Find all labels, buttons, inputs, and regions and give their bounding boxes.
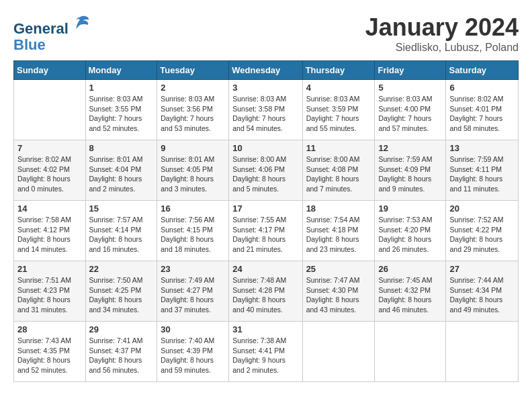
calendar-cell: 27Sunrise: 7:44 AM Sunset: 4:34 PM Dayli…: [446, 261, 519, 322]
calendar-cell: 31Sunrise: 7:38 AM Sunset: 4:41 PM Dayli…: [229, 322, 302, 382]
logo-bird-icon: [70, 13, 90, 34]
calendar-cell: 13Sunrise: 7:59 AM Sunset: 4:11 PM Dayli…: [446, 140, 519, 201]
calendar-cell: 30Sunrise: 7:40 AM Sunset: 4:39 PM Dayli…: [157, 322, 229, 382]
calendar-cell: 10Sunrise: 8:00 AM Sunset: 4:06 PM Dayli…: [229, 140, 302, 201]
day-number: 17: [232, 203, 298, 214]
day-info: Sunrise: 7:59 AM Sunset: 4:11 PM Dayligh…: [449, 154, 515, 194]
day-number: 9: [161, 143, 225, 153]
day-info: Sunrise: 7:58 AM Sunset: 4:12 PM Dayligh…: [17, 215, 82, 255]
day-info: Sunrise: 7:53 AM Sunset: 4:20 PM Dayligh…: [378, 215, 442, 255]
day-info: Sunrise: 7:52 AM Sunset: 4:22 PM Dayligh…: [449, 215, 515, 255]
day-number: 7: [17, 143, 82, 153]
day-number: 20: [449, 203, 515, 214]
calendar-cell: 20Sunrise: 7:52 AM Sunset: 4:22 PM Dayli…: [446, 201, 519, 261]
calendar-cell: 16Sunrise: 7:56 AM Sunset: 4:15 PM Dayli…: [157, 201, 229, 261]
day-info: Sunrise: 8:01 AM Sunset: 4:05 PM Dayligh…: [161, 154, 225, 194]
calendar-table: SundayMondayTuesdayWednesdayThursdayFrid…: [13, 60, 519, 382]
calendar-cell: 6Sunrise: 8:02 AM Sunset: 4:01 PM Daylig…: [446, 80, 519, 140]
day-info: Sunrise: 8:01 AM Sunset: 4:04 PM Dayligh…: [89, 154, 154, 194]
month-title: January 2024: [365, 13, 519, 42]
day-number: 8: [89, 143, 154, 153]
day-number: 31: [232, 324, 298, 334]
day-info: Sunrise: 7:47 AM Sunset: 4:30 PM Dayligh…: [306, 275, 371, 315]
day-number: 21: [17, 264, 82, 274]
day-number: 28: [17, 324, 82, 334]
location-subtitle: Siedlisko, Lubusz, Poland: [365, 42, 519, 54]
calendar-cell: 18Sunrise: 7:54 AM Sunset: 4:18 PM Dayli…: [302, 201, 375, 261]
day-number: 14: [17, 203, 82, 214]
day-number: 13: [449, 143, 515, 153]
day-number: 15: [89, 203, 154, 214]
day-info: Sunrise: 7:50 AM Sunset: 4:25 PM Dayligh…: [89, 275, 154, 315]
day-number: 12: [378, 143, 442, 153]
day-number: 3: [232, 83, 298, 93]
day-info: Sunrise: 7:41 AM Sunset: 4:37 PM Dayligh…: [89, 336, 154, 375]
day-info: Sunrise: 8:02 AM Sunset: 4:02 PM Dayligh…: [17, 154, 82, 194]
day-number: 27: [449, 264, 515, 274]
day-info: Sunrise: 7:51 AM Sunset: 4:23 PM Dayligh…: [17, 275, 82, 315]
day-number: 18: [306, 203, 371, 214]
header-saturday: Saturday: [446, 61, 519, 80]
week-row-2: 14Sunrise: 7:58 AM Sunset: 4:12 PM Dayli…: [14, 201, 519, 261]
day-number: 16: [161, 203, 225, 214]
logo-blue: Blue: [13, 36, 46, 53]
calendar-cell: 11Sunrise: 8:00 AM Sunset: 4:08 PM Dayli…: [302, 140, 375, 201]
calendar-cell: 26Sunrise: 7:45 AM Sunset: 4:32 PM Dayli…: [375, 261, 446, 322]
calendar-body: 1Sunrise: 8:03 AM Sunset: 3:55 PM Daylig…: [14, 80, 519, 382]
calendar-cell: 15Sunrise: 7:57 AM Sunset: 4:14 PM Dayli…: [85, 201, 157, 261]
day-number: 26: [378, 264, 442, 274]
day-number: 25: [306, 264, 371, 274]
logo-general: General: [13, 20, 69, 37]
title-area: January 2024 Siedlisko, Lubusz, Poland: [365, 13, 519, 54]
header-friday: Friday: [375, 61, 446, 80]
calendar-cell: 29Sunrise: 7:41 AM Sunset: 4:37 PM Dayli…: [85, 322, 157, 382]
calendar-cell: 28Sunrise: 7:43 AM Sunset: 4:35 PM Dayli…: [14, 322, 86, 382]
day-info: Sunrise: 8:00 AM Sunset: 4:06 PM Dayligh…: [232, 154, 298, 194]
calendar-cell: [375, 322, 446, 382]
calendar-cell: 1Sunrise: 8:03 AM Sunset: 3:55 PM Daylig…: [85, 80, 157, 140]
day-info: Sunrise: 7:38 AM Sunset: 4:41 PM Dayligh…: [232, 336, 298, 375]
page-header: General Blue January 2024 Siedlisko, Lub…: [13, 13, 519, 54]
calendar-cell: 9Sunrise: 8:01 AM Sunset: 4:05 PM Daylig…: [157, 140, 229, 201]
header-row: SundayMondayTuesdayWednesdayThursdayFrid…: [14, 61, 519, 80]
logo: General Blue: [13, 13, 90, 53]
day-number: 4: [306, 83, 371, 93]
day-number: 19: [378, 203, 442, 214]
calendar-cell: [14, 80, 86, 140]
day-number: 29: [89, 324, 154, 334]
calendar-cell: 8Sunrise: 8:01 AM Sunset: 4:04 PM Daylig…: [85, 140, 157, 201]
calendar-cell: 19Sunrise: 7:53 AM Sunset: 4:20 PM Dayli…: [375, 201, 446, 261]
day-info: Sunrise: 7:59 AM Sunset: 4:09 PM Dayligh…: [378, 154, 442, 194]
calendar-cell: 25Sunrise: 7:47 AM Sunset: 4:30 PM Dayli…: [302, 261, 375, 322]
day-info: Sunrise: 7:48 AM Sunset: 4:28 PM Dayligh…: [232, 275, 298, 315]
day-number: 10: [232, 143, 298, 153]
calendar-cell: [302, 322, 375, 382]
day-number: 24: [232, 264, 298, 274]
day-number: 2: [161, 83, 225, 93]
calendar-cell: 24Sunrise: 7:48 AM Sunset: 4:28 PM Dayli…: [229, 261, 302, 322]
header-tuesday: Tuesday: [157, 61, 229, 80]
day-info: Sunrise: 7:55 AM Sunset: 4:17 PM Dayligh…: [232, 215, 298, 255]
logo-text: General Blue: [13, 13, 90, 53]
header-monday: Monday: [85, 61, 157, 80]
day-number: 23: [161, 264, 225, 274]
calendar-cell: 17Sunrise: 7:55 AM Sunset: 4:17 PM Dayli…: [229, 201, 302, 261]
calendar-cell: [446, 322, 519, 382]
header-wednesday: Wednesday: [229, 61, 302, 80]
calendar-cell: 22Sunrise: 7:50 AM Sunset: 4:25 PM Dayli…: [85, 261, 157, 322]
day-info: Sunrise: 7:43 AM Sunset: 4:35 PM Dayligh…: [17, 336, 82, 375]
calendar-cell: 14Sunrise: 7:58 AM Sunset: 4:12 PM Dayli…: [14, 201, 86, 261]
week-row-3: 21Sunrise: 7:51 AM Sunset: 4:23 PM Dayli…: [14, 261, 519, 322]
calendar-cell: 23Sunrise: 7:49 AM Sunset: 4:27 PM Dayli…: [157, 261, 229, 322]
header-sunday: Sunday: [14, 61, 86, 80]
calendar-header: SundayMondayTuesdayWednesdayThursdayFrid…: [14, 61, 519, 80]
week-row-1: 7Sunrise: 8:02 AM Sunset: 4:02 PM Daylig…: [14, 140, 519, 201]
day-info: Sunrise: 7:40 AM Sunset: 4:39 PM Dayligh…: [161, 336, 225, 375]
day-number: 6: [449, 83, 515, 93]
day-info: Sunrise: 8:03 AM Sunset: 3:55 PM Dayligh…: [89, 94, 154, 134]
day-info: Sunrise: 8:03 AM Sunset: 4:00 PM Dayligh…: [378, 94, 442, 134]
day-info: Sunrise: 8:03 AM Sunset: 3:56 PM Dayligh…: [161, 94, 225, 134]
day-info: Sunrise: 8:00 AM Sunset: 4:08 PM Dayligh…: [306, 154, 371, 194]
week-row-4: 28Sunrise: 7:43 AM Sunset: 4:35 PM Dayli…: [14, 322, 519, 382]
calendar-cell: 7Sunrise: 8:02 AM Sunset: 4:02 PM Daylig…: [14, 140, 86, 201]
